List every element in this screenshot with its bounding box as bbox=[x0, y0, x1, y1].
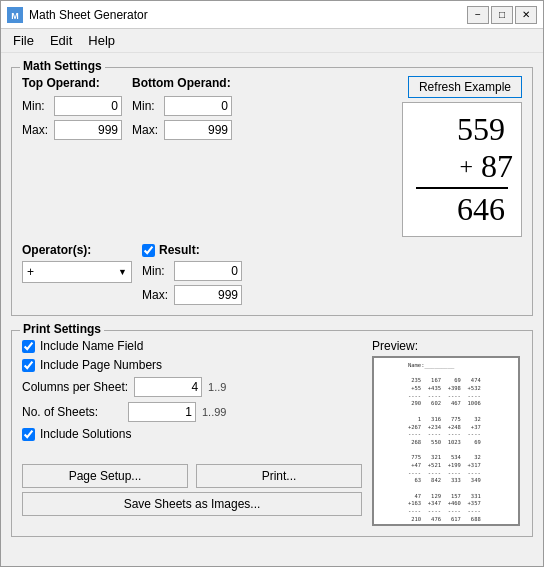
app-icon: M bbox=[7, 7, 23, 23]
main-window: M Math Sheet Generator − □ ✕ File Edit H… bbox=[0, 0, 544, 567]
include-name-checkbox[interactable] bbox=[22, 340, 35, 353]
print-left-col: Include Name Field Include Page Numbers … bbox=[22, 339, 362, 516]
example-line bbox=[416, 187, 508, 189]
result-label: Result: bbox=[159, 243, 200, 257]
no-of-sheets-input[interactable] bbox=[128, 402, 196, 422]
print-right-col: Preview: Name:_________ 235 167 69 474 +… bbox=[372, 339, 522, 526]
page-setup-button[interactable]: Page Setup... bbox=[22, 464, 188, 488]
bottom-operand-max-row: Max: bbox=[132, 120, 232, 140]
include-page-numbers-checkbox[interactable] bbox=[22, 359, 35, 372]
bottom-operand-min-label: Min: bbox=[132, 99, 160, 113]
top-operand-label: Top Operand: bbox=[22, 76, 122, 90]
close-button[interactable]: ✕ bbox=[515, 6, 537, 24]
top-operand-max-label: Max: bbox=[22, 123, 50, 137]
operator-dropdown-container: + ▼ bbox=[22, 261, 132, 283]
preview-box: Name:_________ 235 167 69 474 +55 +435 +… bbox=[372, 356, 520, 526]
include-page-numbers-label: Include Page Numbers bbox=[40, 358, 162, 372]
no-of-sheets-label: No. of Sheets: bbox=[22, 405, 122, 419]
result-min-label: Min: bbox=[142, 264, 170, 278]
operator-value: + bbox=[27, 265, 34, 279]
example-operator: + bbox=[459, 153, 473, 180]
result-checkbox-row: Result: bbox=[142, 243, 242, 257]
top-operand-min-label: Min: bbox=[22, 99, 50, 113]
refresh-button[interactable]: Refresh Example bbox=[408, 76, 522, 98]
example-box: 559 + 87 646 bbox=[402, 102, 522, 237]
bottom-operand-col: Bottom Operand: Min: Max: bbox=[132, 76, 232, 140]
result-checkbox[interactable] bbox=[142, 244, 155, 257]
example-num2: 87 bbox=[481, 148, 513, 185]
result-max-input[interactable] bbox=[174, 285, 242, 305]
primary-buttons-row: Page Setup... Print... bbox=[22, 464, 362, 488]
bottom-operand-min-row: Min: bbox=[132, 96, 232, 116]
result-col: Result: Min: Max: bbox=[142, 243, 242, 305]
save-sheets-button[interactable]: Save Sheets as Images... bbox=[22, 492, 362, 516]
menu-help[interactable]: Help bbox=[80, 31, 123, 50]
bottom-operand-label: Bottom Operand: bbox=[132, 76, 232, 90]
columns-per-sheet-label: Columns per Sheet: bbox=[22, 380, 128, 394]
menu-bar: File Edit Help bbox=[1, 29, 543, 53]
top-operand-col: Top Operand: Min: Max: bbox=[22, 76, 122, 140]
include-name-row: Include Name Field bbox=[22, 339, 362, 353]
math-settings-label: Math Settings bbox=[20, 59, 105, 73]
bottom-operand-max-label: Max: bbox=[132, 123, 160, 137]
include-solutions-row: Include Solutions bbox=[22, 427, 362, 441]
menu-edit[interactable]: Edit bbox=[42, 31, 80, 50]
window-title: Math Sheet Generator bbox=[29, 8, 467, 22]
columns-per-sheet-input[interactable] bbox=[134, 377, 202, 397]
bottom-operand-max-input[interactable] bbox=[164, 120, 232, 140]
result-max-label: Max: bbox=[142, 288, 170, 302]
operator-col: Operator(s): + ▼ bbox=[22, 243, 132, 283]
svg-text:M: M bbox=[11, 11, 19, 21]
menu-file[interactable]: File bbox=[5, 31, 42, 50]
top-operand-min-row: Min: bbox=[22, 96, 122, 116]
window-controls: − □ ✕ bbox=[467, 6, 537, 24]
bottom-operand-min-input[interactable] bbox=[164, 96, 232, 116]
print-buttons-area: Page Setup... Print... Save Sheets as Im… bbox=[22, 458, 362, 516]
maximize-button[interactable]: □ bbox=[491, 6, 513, 24]
operator-label: Operator(s): bbox=[22, 243, 132, 257]
result-min-input[interactable] bbox=[174, 261, 242, 281]
include-name-label: Include Name Field bbox=[40, 339, 143, 353]
example-middle: + 87 bbox=[459, 148, 513, 185]
columns-hint: 1..9 bbox=[208, 381, 226, 393]
math-right-col: Refresh Example 559 + 87 646 bbox=[402, 76, 522, 237]
title-bar: M Math Sheet Generator − □ ✕ bbox=[1, 1, 543, 29]
example-num1: 559 bbox=[457, 111, 505, 148]
preview-content: Name:_________ 235 167 69 474 +55 +435 +… bbox=[404, 358, 488, 526]
top-operand-max-row: Max: bbox=[22, 120, 122, 140]
include-solutions-label: Include Solutions bbox=[40, 427, 131, 441]
include-solutions-checkbox[interactable] bbox=[22, 428, 35, 441]
no-of-sheets-row: No. of Sheets: 1..99 bbox=[22, 402, 362, 422]
preview-label: Preview: bbox=[372, 339, 522, 353]
sheets-hint: 1..99 bbox=[202, 406, 226, 418]
print-button[interactable]: Print... bbox=[196, 464, 362, 488]
main-content: Math Settings Top Operand: Min: Max: bbox=[1, 53, 543, 566]
minimize-button[interactable]: − bbox=[467, 6, 489, 24]
example-result: 646 bbox=[457, 191, 505, 228]
print-settings-label: Print Settings bbox=[20, 322, 104, 336]
result-min-row: Min: bbox=[142, 261, 242, 281]
top-operand-max-input[interactable] bbox=[54, 120, 122, 140]
dropdown-arrow-icon: ▼ bbox=[118, 267, 127, 277]
include-page-numbers-row: Include Page Numbers bbox=[22, 358, 362, 372]
operator-dropdown[interactable]: + ▼ bbox=[22, 261, 132, 283]
print-settings-group: Print Settings Include Name Field Includ… bbox=[11, 330, 533, 537]
top-operand-min-input[interactable] bbox=[54, 96, 122, 116]
columns-per-sheet-row: Columns per Sheet: 1..9 bbox=[22, 377, 362, 397]
result-max-row: Max: bbox=[142, 285, 242, 305]
math-settings-group: Math Settings Top Operand: Min: Max: bbox=[11, 67, 533, 316]
